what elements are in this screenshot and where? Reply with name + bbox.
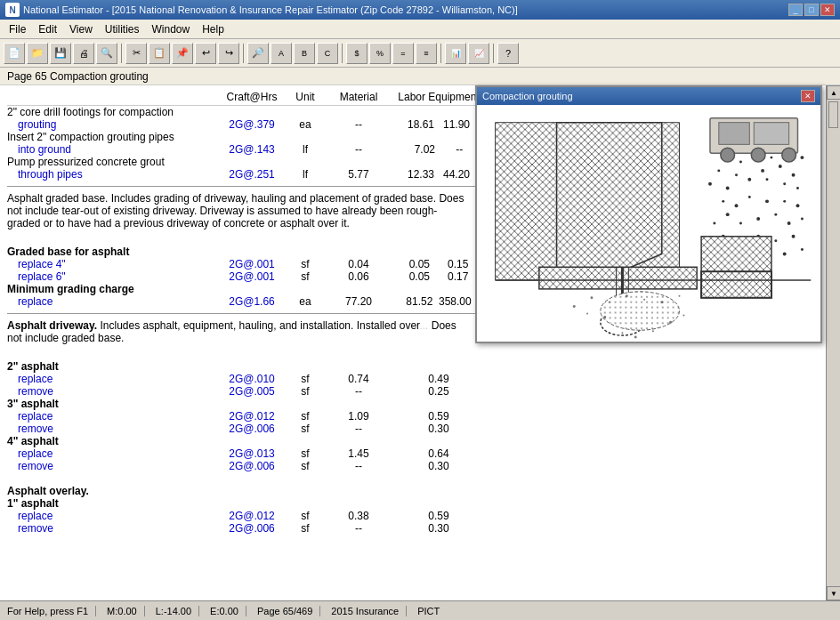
item-link[interactable]: remove — [7, 522, 221, 535]
item-link[interactable]: replace — [7, 510, 221, 522]
menu-view[interactable]: View — [64, 21, 98, 37]
unit-val: lf — [283, 143, 327, 156]
mat-val: 0.74 — [327, 373, 390, 385]
table-row: replace 2G@.012 sf 0.38 0.59 — [7, 510, 819, 522]
toolbar-separator-5 — [493, 44, 494, 63]
labor-val: 0.59 — [390, 510, 488, 522]
print-preview-button[interactable]: 🔍 — [96, 43, 117, 64]
table-row: remove 2G@.006 sf -- 0.30 — [7, 460, 819, 472]
scrollbar-thumb[interactable] — [828, 101, 838, 128]
svg-point-31 — [726, 187, 730, 190]
minimize-button[interactable]: _ — [788, 4, 803, 16]
maximize-button[interactable]: □ — [804, 4, 819, 16]
btn-g[interactable]: ≡ — [416, 43, 437, 64]
item-link[interactable]: remove — [7, 460, 221, 472]
craft-val: 2G@.012 — [221, 510, 283, 522]
copy-button[interactable]: 📋 — [149, 43, 170, 64]
unit-val: ea — [283, 295, 327, 308]
menu-file[interactable]: File — [4, 21, 31, 37]
scrollbar[interactable]: ▲ ▼ — [826, 85, 840, 600]
btn-h[interactable]: 📊 — [445, 43, 466, 64]
print-button[interactable]: 🖨 — [73, 43, 94, 64]
btn-e[interactable]: % — [369, 43, 391, 64]
btn-a[interactable]: A — [271, 43, 292, 64]
svg-point-39 — [796, 204, 800, 207]
unit-val: sf — [283, 270, 327, 283]
svg-point-28 — [783, 182, 786, 185]
item-link[interactable]: remove — [7, 423, 221, 435]
craft-val: 2G@.143 — [221, 143, 283, 156]
table-row: replace 2G@.010 sf 0.74 0.49 — [7, 373, 819, 385]
min-grading-title: Minimum grading charge — [7, 283, 221, 295]
svg-point-40 — [801, 218, 804, 221]
svg-point-27 — [792, 173, 796, 177]
btn-b[interactable]: B — [294, 43, 315, 64]
svg-point-65 — [643, 299, 645, 301]
svg-rect-77 — [719, 123, 749, 145]
item-link[interactable]: grouting — [7, 118, 221, 131]
scroll-up-button[interactable]: ▲ — [827, 85, 840, 100]
craft-val: 2G@.013 — [221, 447, 283, 460]
paste-button[interactable]: 📌 — [172, 43, 193, 64]
svg-point-30 — [796, 187, 799, 189]
mat-val: -- — [327, 118, 390, 131]
mat-val: 1.09 — [327, 410, 390, 423]
item-link[interactable]: replace — [7, 410, 221, 423]
status-pict: PICT — [417, 606, 440, 616]
unit-val: sf — [283, 447, 327, 460]
mat-val: 0.06 — [327, 270, 390, 283]
close-button[interactable]: ✕ — [820, 4, 835, 16]
cut-button[interactable]: ✂ — [125, 43, 147, 64]
svg-point-37 — [765, 199, 769, 203]
find-button[interactable]: 🔎 — [247, 43, 269, 64]
open-button[interactable]: 📁 — [27, 43, 48, 64]
item-link[interactable]: through pipes — [7, 168, 221, 181]
menu-window[interactable]: Window — [147, 21, 196, 37]
unit-val: lf — [283, 168, 327, 181]
item-main-text: 2" core drill footings for compaction — [7, 106, 221, 118]
svg-point-72 — [634, 336, 637, 339]
btn-f[interactable]: = — [392, 43, 414, 64]
mat-val: 77.20 — [327, 295, 390, 308]
save-button[interactable]: 💾 — [50, 43, 71, 64]
svg-point-67 — [678, 295, 680, 297]
menu-utilities[interactable]: Utilities — [100, 21, 145, 37]
asphalt-graded-desc: Asphalt graded base. Includes grading of… — [7, 192, 470, 229]
item-link[interactable]: replace 4" — [7, 258, 221, 270]
col-material: Material — [327, 91, 390, 103]
item-link[interactable]: replace 6" — [7, 270, 221, 283]
menu-edit[interactable]: Edit — [33, 21, 62, 37]
btn-c[interactable]: C — [317, 43, 338, 64]
menu-help[interactable]: Help — [197, 21, 230, 37]
item-link[interactable]: into ground — [7, 143, 221, 156]
item-link[interactable]: remove — [7, 385, 221, 398]
labor-val: 0.05 0.17 — [390, 270, 488, 283]
btn-i[interactable]: 📈 — [468, 43, 489, 64]
svg-point-35 — [735, 204, 739, 207]
mat-val: 1.45 — [327, 447, 390, 460]
craft-val: 2G@.006 — [221, 460, 283, 472]
labor-val: 0.49 — [390, 373, 488, 385]
status-coords-m: M:0.00 — [107, 606, 145, 616]
svg-point-38 — [783, 200, 786, 203]
asphalt-3-title: 3" asphalt — [7, 398, 819, 410]
svg-point-22 — [735, 173, 738, 176]
scroll-down-button[interactable]: ▼ — [827, 586, 840, 600]
scrollbar-track[interactable] — [827, 100, 840, 586]
item-link[interactable]: replace — [7, 373, 221, 385]
app-icon: N — [5, 3, 20, 17]
btn-d[interactable]: $ — [346, 43, 368, 64]
redo-button[interactable]: ↪ — [218, 43, 239, 64]
labor-val: 7.02 -- — [390, 143, 488, 156]
help-button[interactable]: ? — [497, 43, 519, 64]
new-button[interactable]: 📄 — [4, 43, 25, 64]
popup-close-button[interactable]: ✕ — [801, 90, 815, 102]
popup-title-bar: Compaction grouting ✕ — [477, 87, 820, 105]
item-link[interactable]: replace — [7, 295, 221, 308]
title-bar-text: National Estimator - [2015 National Reno… — [23, 4, 518, 15]
unit-val: sf — [283, 423, 327, 435]
item-link[interactable]: replace — [7, 447, 221, 460]
undo-button[interactable]: ↩ — [195, 43, 216, 64]
status-coords-e: E:0.00 — [210, 606, 246, 616]
craft-val: 2G@.010 — [221, 373, 283, 385]
